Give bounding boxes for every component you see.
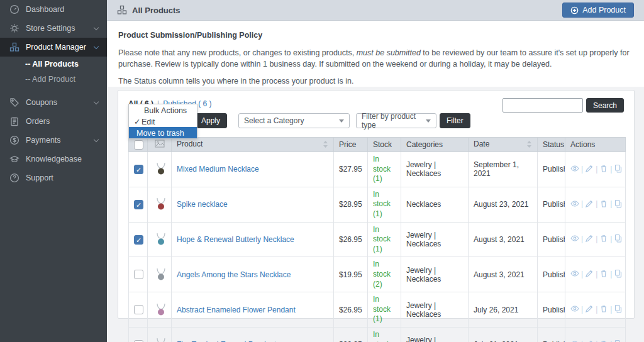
stock-status: In stock(1) xyxy=(373,190,396,219)
sidebar-item-support[interactable]: Support xyxy=(0,168,107,187)
table-row: Hope & Renewal Butterly Necklace $26.95 … xyxy=(129,222,626,257)
edit-icon[interactable] xyxy=(585,339,594,342)
trash-icon[interactable] xyxy=(599,269,608,280)
product-name-link[interactable]: Mixed Medium Necklace xyxy=(177,165,259,174)
cubes-icon xyxy=(9,42,19,53)
caret-down-icon xyxy=(339,119,344,123)
sidebar-subitem-all-products[interactable]: -- All Products xyxy=(0,57,107,72)
row-checkbox[interactable] xyxy=(134,305,143,314)
edit-icon[interactable] xyxy=(585,164,594,175)
column-header-date[interactable]: Date xyxy=(469,138,538,152)
sidebar-item-label: Store Settings xyxy=(26,24,75,33)
sidebar-item-store-settings[interactable]: Store Settings xyxy=(0,19,107,38)
product-name-link[interactable]: Angels Among the Stars Necklace xyxy=(177,270,291,279)
select-all-checkbox[interactable] xyxy=(134,140,143,150)
view-icon[interactable] xyxy=(570,269,579,280)
dollar-icon xyxy=(9,135,19,146)
product-categories: Jewelry | Necklaces xyxy=(401,222,469,257)
sort-icon[interactable] xyxy=(526,141,532,150)
stock-status: In stock(2) xyxy=(373,260,396,289)
sidebar-item-dashboard[interactable]: Dashboard xyxy=(0,0,107,19)
product-date: August 3, 2021 xyxy=(469,257,538,292)
cubes-icon xyxy=(117,5,127,15)
sidebar-item-label: Knowledgebase xyxy=(26,155,82,163)
trash-icon[interactable] xyxy=(599,339,608,342)
table-row: Abstract Enameled Flower Pendant $26.95 … xyxy=(129,292,626,328)
column-header-stock: Stock xyxy=(368,138,401,152)
graduation-cap-icon xyxy=(9,154,19,165)
table-row: Spike necklace $28.95 In stock(1) Neckla… xyxy=(129,187,626,222)
sort-icon[interactable] xyxy=(323,141,328,150)
clipboard-icon xyxy=(9,116,19,127)
edit-icon[interactable] xyxy=(585,199,594,210)
sidebar-item-orders[interactable]: Orders xyxy=(0,112,107,131)
trash-icon[interactable] xyxy=(599,234,608,245)
sidebar-item-label: Dashboard xyxy=(26,5,64,14)
policy-notice: Product Submission/Publishing Policy Ple… xyxy=(107,21,644,87)
copy-icon[interactable] xyxy=(614,339,623,342)
row-checkbox[interactable] xyxy=(134,235,143,245)
column-header-categories: Categories xyxy=(401,138,469,152)
copy-icon[interactable] xyxy=(614,199,623,210)
copy-icon[interactable] xyxy=(614,269,623,280)
product-thumbnail xyxy=(153,302,169,318)
trash-icon[interactable] xyxy=(599,164,608,175)
policy-paragraph-1: Please note that any new products, or ch… xyxy=(118,47,633,70)
product-name-link[interactable]: Hope & Renewal Butterly Necklace xyxy=(177,235,294,244)
search-button[interactable]: Search xyxy=(586,98,624,113)
bulk-option-bulk-actions[interactable]: Bulk Actions xyxy=(129,104,197,116)
search-area: Search xyxy=(502,98,624,113)
bulk-option-move-to-trash[interactable]: Move to trash xyxy=(129,127,197,138)
bulk-controls-row: Bulk Actions Apply Select a Category Fil… xyxy=(128,113,624,128)
view-icon[interactable] xyxy=(570,339,579,342)
product-date: July 26, 2021 xyxy=(469,292,538,328)
column-header-product[interactable]: Product xyxy=(172,138,334,152)
search-input[interactable] xyxy=(502,98,583,113)
copy-icon[interactable] xyxy=(614,304,623,315)
product-thumbnail xyxy=(153,267,169,283)
row-checkbox[interactable] xyxy=(134,270,143,279)
dashboard-icon xyxy=(9,4,19,15)
view-icon[interactable] xyxy=(570,164,579,175)
product-name-link[interactable]: Spike necklace xyxy=(177,200,228,209)
table-row: Angels Among the Stars Necklace $19.95 I… xyxy=(129,257,626,292)
sidebar-item-product-manager[interactable]: Product Manager xyxy=(0,38,107,57)
edit-icon[interactable] xyxy=(585,234,594,245)
sidebar-item-label: Support xyxy=(26,174,53,182)
check-icon: ✓ xyxy=(134,117,142,127)
row-checkbox[interactable] xyxy=(134,200,143,209)
add-product-button[interactable]: Add Product xyxy=(562,3,634,18)
sidebar: Dashboard Store Settings Product Manager… xyxy=(0,0,107,342)
copy-icon[interactable] xyxy=(614,164,623,175)
view-icon[interactable] xyxy=(570,199,579,210)
sidebar-item-payments[interactable]: Payments xyxy=(0,131,107,150)
product-categories: Jewelry | Necklaces xyxy=(401,257,469,292)
table-header-row: Product Price Stock Categories Date Stat… xyxy=(129,138,626,152)
bulk-option-edit[interactable]: ✓Edit xyxy=(129,116,197,127)
table-row: Fire Torched Enamel Pendant $26.95 In st… xyxy=(129,327,626,342)
view-icon[interactable] xyxy=(570,304,579,315)
sidebar-subitem-add-product[interactable]: -- Add Product xyxy=(0,72,107,87)
gear-icon xyxy=(9,23,19,34)
product-name-link[interactable]: Abstract Enameled Flower Pendant xyxy=(177,306,296,314)
product-date: September 1, 2021 xyxy=(469,152,538,187)
page-header: All Products Add Product xyxy=(107,0,644,21)
product-type-select[interactable]: Filter by product type xyxy=(356,113,436,128)
stock-status: In stock(1) xyxy=(373,155,396,184)
sidebar-item-knowledgebase[interactable]: Knowledgebase xyxy=(0,150,107,168)
trash-icon[interactable] xyxy=(599,199,608,210)
product-categories: Jewelry | Necklaces xyxy=(401,327,469,342)
filter-button[interactable]: Filter xyxy=(440,113,470,128)
stock-status: In stock(1) xyxy=(373,295,396,324)
edit-icon[interactable] xyxy=(585,269,594,280)
copy-icon[interactable] xyxy=(614,234,623,245)
sidebar-item-coupons[interactable]: Coupons xyxy=(0,93,107,112)
row-checkbox[interactable] xyxy=(134,165,143,174)
apply-button[interactable]: Apply xyxy=(194,113,227,128)
view-icon[interactable] xyxy=(570,234,579,245)
column-header-status: Status xyxy=(538,138,565,152)
trash-icon[interactable] xyxy=(599,304,608,315)
chevron-down-icon xyxy=(94,43,99,48)
edit-icon[interactable] xyxy=(585,304,594,315)
category-select[interactable]: Select a Category xyxy=(238,113,350,128)
